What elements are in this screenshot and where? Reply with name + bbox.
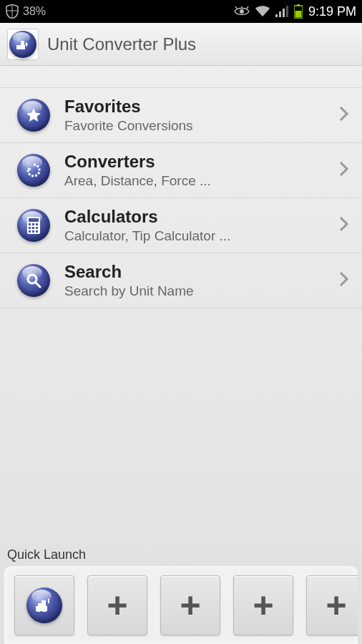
quick-launch-slot-add[interactable]: + <box>87 575 147 635</box>
svg-point-2 <box>240 9 244 14</box>
calculator-icon <box>16 208 52 243</box>
svg-rect-16 <box>21 41 24 45</box>
plus-icon: + <box>107 587 127 623</box>
svg-rect-8 <box>283 9 285 17</box>
menu-item-subtitle: Search by Unit Name <box>64 283 339 299</box>
svg-rect-29 <box>36 230 38 233</box>
svg-rect-37 <box>48 599 49 603</box>
app-title: Unit Converter Plus <box>47 34 196 54</box>
svg-rect-6 <box>275 14 278 17</box>
main-menu-list: Favorites Favorite Conversions Converter… <box>0 87 362 308</box>
quick-launch-bar: + + + + <box>4 565 358 644</box>
svg-rect-22 <box>32 223 34 225</box>
signal-icon <box>275 6 288 17</box>
status-clock: 9:19 PM <box>308 4 356 19</box>
menu-item-favorites[interactable]: Favorites Favorite Conversions <box>0 87 362 143</box>
menu-item-subtitle: Favorite Conversions <box>64 118 339 134</box>
app-icon <box>7 29 39 60</box>
quick-launch-slot-app[interactable] <box>14 575 74 635</box>
plus-icon: + <box>253 587 273 623</box>
svg-rect-9 <box>286 6 288 17</box>
eye-icon <box>234 6 250 16</box>
star-icon <box>16 97 52 133</box>
svg-rect-21 <box>29 223 31 225</box>
menu-item-subtitle: Calculator, Tip Calculator ... <box>64 228 339 244</box>
svg-rect-25 <box>32 227 34 229</box>
cycle-icon <box>16 152 52 188</box>
quick-launch-slot-add[interactable]: + <box>160 575 220 635</box>
chevron-right-icon <box>339 216 349 235</box>
battery-percent-text: 38% <box>23 5 46 18</box>
svg-rect-35 <box>41 600 46 606</box>
menu-item-subtitle: Area, Distance, Force ... <box>64 173 339 189</box>
menu-item-converters[interactable]: Converters Area, Distance, Force ... <box>0 143 362 198</box>
quick-launch-slot-add[interactable]: + <box>306 575 358 635</box>
quick-launch-slot-add[interactable]: + <box>233 575 293 635</box>
quick-launch-label: Quick Launch <box>0 547 362 562</box>
status-bar: 38% 9:19 PM <box>0 0 362 23</box>
train-icon <box>26 587 62 623</box>
svg-rect-18 <box>26 42 28 47</box>
svg-rect-12 <box>295 11 301 18</box>
action-bar: Unit Converter Plus <box>0 23 362 66</box>
chevron-right-icon <box>339 106 349 125</box>
plus-icon: + <box>180 587 200 623</box>
chevron-right-icon <box>339 161 349 180</box>
shield-icon <box>6 4 19 19</box>
svg-line-3 <box>235 6 237 9</box>
menu-item-title: Converters <box>64 152 339 172</box>
battery-icon <box>294 4 303 19</box>
menu-item-title: Calculators <box>64 207 339 227</box>
svg-rect-24 <box>29 227 31 229</box>
svg-rect-26 <box>36 227 38 229</box>
svg-rect-20 <box>29 218 39 222</box>
svg-rect-36 <box>38 603 41 606</box>
svg-rect-23 <box>36 223 38 225</box>
svg-rect-27 <box>29 230 31 233</box>
plus-icon: + <box>326 587 346 623</box>
svg-line-5 <box>247 6 248 9</box>
svg-line-31 <box>36 283 40 287</box>
wifi-icon <box>255 6 270 17</box>
search-icon <box>16 263 52 298</box>
menu-item-title: Search <box>64 262 339 282</box>
svg-rect-7 <box>279 11 281 17</box>
menu-item-title: Favorites <box>64 97 339 117</box>
menu-item-calculators[interactable]: Calculators Calculator, Tip Calculator .… <box>0 198 362 253</box>
menu-item-search[interactable]: Search Search by Unit Name <box>0 253 362 308</box>
chevron-right-icon <box>339 271 349 290</box>
svg-rect-28 <box>32 230 34 233</box>
